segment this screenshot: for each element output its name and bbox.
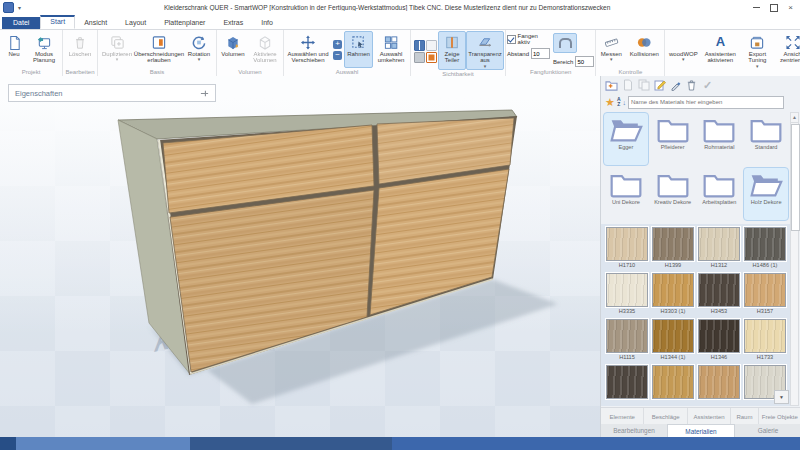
rotation-button[interactable]: Rotation▾ [183,31,215,68]
tab-info[interactable]: Info [252,17,282,29]
new-material-button[interactable] [621,79,634,92]
assistenten-button[interactable]: A Assistenten aktivieren [700,31,740,70]
messen-button[interactable]: Messen▾ [597,31,625,68]
orange-toggle-icon[interactable] [426,52,437,63]
material-swatch[interactable]: H3453 [696,273,742,319]
material-swatch[interactable]: H1486 (1) [742,227,788,273]
frame-toggle-light-icon[interactable] [426,40,437,51]
material-swatch[interactable]: H1312 [696,227,742,273]
edit-material-button[interactable] [653,79,666,92]
material-swatch[interactable] [650,365,696,406]
ansicht-zentrieren-button[interactable]: Ansicht zentrieren [774,31,800,70]
3d-viewport[interactable]: Kleiderschrank [0,76,600,437]
frame-toggle-icon[interactable] [414,52,425,63]
folder-egger[interactable]: Egger [603,112,649,166]
cabinet-model[interactable] [0,76,600,437]
add-folder-button[interactable] [605,79,618,92]
eyedropper-button[interactable] [669,79,682,92]
zeige-teiler-button[interactable]: Zeige Teiler [438,31,466,70]
material-swatch[interactable]: H1115 [604,319,650,365]
material-swatch[interactable] [604,365,650,406]
transparenz-aus-button[interactable]: Transparenz aus▾ [466,31,504,70]
overlap-icon [151,34,167,50]
folder-holz-dekore[interactable]: Holz Dekore [743,167,789,221]
restore-button[interactable] [770,4,778,12]
modus-planung-button[interactable]: Modus Planung [27,31,61,68]
pin-icon[interactable] [200,89,209,98]
plus-button[interactable]: + [333,40,342,49]
selection-frame-icon [351,34,366,50]
group-projekt: Neu Modus Planung Projekt [0,30,63,76]
materials-panel: ✓ ★ AZ ↓ Egger Pfleiderer Rohmaterial St… [600,76,800,437]
scroll-up-icon[interactable]: ▲ [791,113,798,123]
bereich-input[interactable] [575,56,594,67]
sort-az-icon[interactable]: AZ [617,97,621,107]
tab-raum[interactable]: Raum [731,408,758,425]
material-swatch[interactable]: H3157 [742,273,788,319]
folder-uni-dekore[interactable]: Uni Dekore [603,167,649,221]
status-bar [0,437,800,450]
auswaehlen-verschieben-button[interactable]: Auswählen und Verschieben [285,31,331,68]
duplicate-icon [110,34,125,50]
material-swatch[interactable]: H1710 [604,227,650,273]
properties-panel[interactable]: Eigenschaften [8,84,216,102]
minus-button[interactable]: − [333,51,342,60]
monitor-icon [36,34,52,50]
folder-arbeitsplatten[interactable]: Arbeitsplatten [697,167,743,221]
copy-material-button[interactable] [637,79,650,92]
rahmen-button[interactable]: Rahmen [344,31,373,68]
material-swatch[interactable] [696,365,742,406]
folder-rohmaterial[interactable]: Rohmaterial [697,112,743,166]
tab-freie-objekte[interactable]: Freie Objekte [759,408,800,425]
loeschen-button[interactable]: Löschen [64,31,96,68]
folder-pfleiderer[interactable]: Pfleiderer [650,112,696,166]
tab-datei[interactable]: Datei [2,17,40,29]
tab-start[interactable]: Start [40,15,75,29]
tab-ansicht[interactable]: Ansicht [75,17,116,29]
materials-scrollbar[interactable]: ▲ [790,112,799,406]
ueberschneidungen-button[interactable]: Überschneidungen erlauben [135,31,183,68]
material-swatch[interactable]: H1733 [742,319,788,365]
sort-arrow-icon[interactable]: ↓ [623,99,627,106]
tab-elemente[interactable]: Elemente [601,408,644,425]
woodwop-button[interactable]: woodWOP▾ [666,31,700,70]
material-swatch[interactable]: H1346 [696,319,742,365]
panels-toggle-icon[interactable] [414,40,425,51]
volumen-button[interactable]: Volumen [218,31,248,68]
material-swatch[interactable]: H3303 (1) [650,273,696,319]
delete-material-button[interactable] [685,79,698,92]
fangen-aktiv-checkbox[interactable]: Fangen aktiv [507,33,550,45]
tab-assistenten[interactable]: Assistenten [688,408,731,425]
neu-button[interactable]: Neu [1,31,27,68]
material-search-input[interactable] [628,96,784,109]
scrollbar-thumb[interactable] [791,124,800,231]
aktiviere-volumen-button[interactable]: Aktiviere Volumen [248,31,282,68]
kollisionen-button[interactable]: Kollisionen [625,31,663,68]
menu-tab-bar: Datei Start Ansicht Layout Plattenplaner… [0,15,800,30]
export-tuning-button[interactable]: Export Tuning▾ [740,31,774,70]
app-icon[interactable] [3,2,14,13]
visibility-toggles [414,31,436,70]
tab-beschlaege[interactable]: Beschläge [644,408,687,425]
tab-materialien[interactable]: Materialien [667,424,735,437]
tab-galerie[interactable]: Galerie [735,424,800,437]
material-swatch[interactable]: H1344 (1) [650,319,696,365]
auswahl-umkehren-button[interactable]: Auswahl umkehren [373,31,409,68]
snap-magnet-button[interactable] [553,33,577,53]
tab-layout[interactable]: Layout [116,17,155,29]
close-button[interactable]: × [788,4,793,12]
tab-plattenplaner[interactable]: Plattenplaner [155,17,214,29]
folder-kreativ-dekore[interactable]: Kreativ Dekore [650,167,696,221]
favorites-star-icon[interactable]: ★ [605,97,615,108]
abstand-input[interactable] [531,48,550,59]
solid-cube-icon [225,34,241,50]
material-swatch[interactable]: H3335 [604,273,650,319]
minimize-button[interactable] [753,7,760,8]
tab-extras[interactable]: Extras [214,17,252,29]
folder-standard[interactable]: Standard [743,112,789,166]
duplizieren-button[interactable]: Duplizieren▾ [99,31,135,68]
expand-more-button[interactable]: ▼ [774,390,789,404]
apply-check-icon[interactable]: ✓ [701,79,714,92]
tab-bearbeitungen[interactable]: Bearbeitungen [601,424,667,437]
material-swatch[interactable]: H1399 [650,227,696,273]
